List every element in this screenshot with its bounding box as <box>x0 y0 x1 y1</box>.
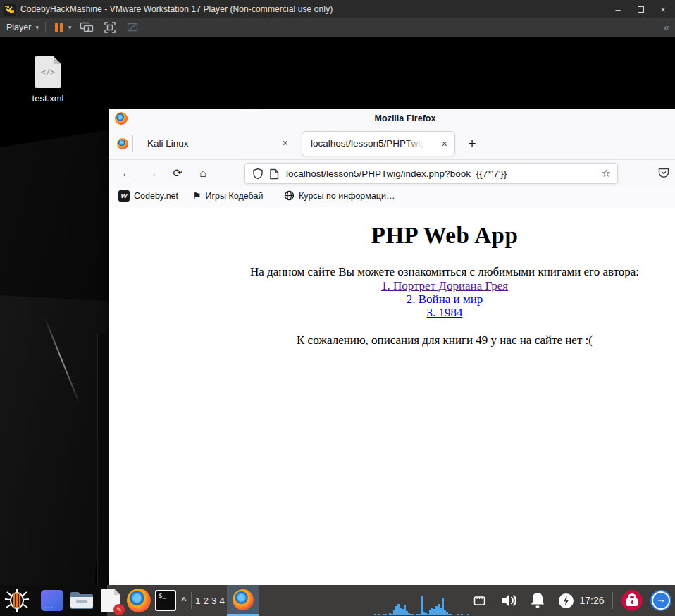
desktop-wallpaper <box>0 294 110 585</box>
firefox-logo-icon <box>127 589 151 612</box>
page-info-icon[interactable] <box>269 168 279 180</box>
terminal-launcher-button[interactable]: $_ <box>152 585 179 616</box>
page-title: PHP Web App <box>109 207 675 249</box>
firefox-logo-icon <box>233 589 254 610</box>
panel-expand-button[interactable]: ^ <box>178 585 190 616</box>
page-content: PHP Web App На данном сайте Вы можете оз… <box>109 207 675 584</box>
file-manager-button[interactable] <box>68 585 95 616</box>
bookmark-label: Codeby.net <box>134 191 178 201</box>
bookmark-codeby[interactable]: w Codeby.net <box>118 190 178 202</box>
show-desktop-button[interactable]: ... <box>38 585 66 616</box>
workspace-1[interactable]: 1 <box>195 596 201 606</box>
flag-icon: ⚑ <box>192 190 202 202</box>
send-ctrl-alt-del-button[interactable] <box>80 21 94 34</box>
volume-tray-icon[interactable] <box>497 585 520 616</box>
code-glyph-icon: </> <box>35 68 61 77</box>
new-tab-button[interactable]: + <box>464 135 481 152</box>
terminal-icon: $_ <box>155 590 176 611</box>
close-tab-icon[interactable]: × <box>442 138 447 149</box>
url-text[interactable]: localhost/lesson5/PHPTwig/index.php?book… <box>286 168 507 179</box>
tab-label-fade <box>404 138 428 151</box>
codeby-favicon: w <box>118 190 130 202</box>
back-button[interactable]: ← <box>116 166 137 181</box>
vmware-player-logo-icon <box>4 4 16 16</box>
close-button[interactable]: × <box>655 1 671 17</box>
bookmark-games[interactable]: ⚑ Игры Кодебай <box>192 190 263 202</box>
tracking-shield-icon[interactable] <box>252 168 264 180</box>
workspace-4[interactable]: 4 <box>220 596 225 606</box>
home-button[interactable]: ⌂ <box>192 166 213 181</box>
firefox-launcher-button[interactable] <box>125 585 152 616</box>
panel-divider <box>191 592 192 609</box>
firefox-titlebar[interactable]: Mozilla Firefox <box>109 109 675 128</box>
bookmark-label: Курсы по информаци… <box>299 191 395 201</box>
cpu-bar <box>467 614 469 615</box>
session-action-tray-icon[interactable]: → <box>648 585 674 616</box>
tab-localhost-active[interactable]: localhost/lesson5/PHPTwig/i × <box>302 131 455 156</box>
url-bar[interactable]: localhost/lesson5/PHPTwig/index.php?book… <box>244 163 618 184</box>
page-message-text: К сожалению, описания для книги 49 у нас… <box>109 333 675 347</box>
ellipsis-icon: ... <box>44 600 54 610</box>
book-link-3[interactable]: 3. 1984 <box>109 306 675 319</box>
player-menu-label: Player <box>6 23 31 32</box>
reload-button[interactable]: ⟳ <box>167 166 188 181</box>
arrow-right-circle-icon: → <box>650 590 671 611</box>
firefox-window-title: Mozilla Firefox <box>375 113 436 123</box>
maximize-button[interactable] <box>633 1 648 17</box>
maximize-icon <box>638 6 644 13</box>
kali-menu-button[interactable] <box>1 585 32 616</box>
tab-kali-linux[interactable]: Kali Linux × <box>133 128 297 160</box>
forward-button: → <box>142 166 163 181</box>
screen-lock-tray-icon[interactable] <box>620 585 644 616</box>
text-editor-button[interactable]: ✎ <box>97 585 124 616</box>
workspace-switcher[interactable]: 1 2 3 4 <box>194 585 225 616</box>
network-tray-icon[interactable] <box>471 585 488 616</box>
book-link-2[interactable]: 2. Война и мир <box>109 292 675 306</box>
globe-icon <box>284 190 295 201</box>
lightning-icon <box>559 593 574 608</box>
workspace-3[interactable]: 3 <box>211 596 217 606</box>
pencil-badge-icon: ✎ <box>113 604 125 615</box>
firefox-tab-favicon[interactable] <box>117 138 128 149</box>
chevron-down-icon: ▾ <box>35 24 39 31</box>
power-manager-tray-icon[interactable] <box>557 585 575 616</box>
firefox-navbar: ← → ⟳ ⌂ localhost/lesson5/PHPTwig/index.… <box>109 160 675 187</box>
cpu-graph[interactable] <box>372 591 471 615</box>
minimize-button[interactable]: – <box>610 1 626 17</box>
panel-divider <box>612 592 613 609</box>
bookmark-courses[interactable]: Курсы по информаци… <box>284 190 395 201</box>
workspace-2[interactable]: 2 <box>203 596 209 606</box>
panel-divider <box>225 592 225 609</box>
player-menu[interactable]: Player ▾ <box>6 23 39 32</box>
suspend-dropdown-icon[interactable]: ▾ <box>68 24 72 31</box>
document-icon: ✎ <box>101 589 120 612</box>
vmware-titlebar: CodebyHackMashine - VMware Workstation 1… <box>0 0 675 18</box>
screen: CodebyHackMashine - VMware Workstation 1… <box>0 0 675 616</box>
firefox-window: Mozilla Firefox Kali Linux × localhost/l… <box>109 109 675 588</box>
close-tab-icon[interactable]: × <box>283 137 288 149</box>
suspend-vm-button[interactable] <box>55 23 63 32</box>
collapse-toolbar-icon[interactable]: « <box>664 22 668 33</box>
book-link-1[interactable]: 1. Портрет Дориана Грея <box>109 279 675 292</box>
desktop-file-label: test.xml <box>20 93 76 104</box>
page-intro-text: На данном сайте Вы можете ознакомиться с… <box>109 265 675 279</box>
unity-mode-button-disabled <box>126 21 139 34</box>
vmware-window-title: CodebyHackMashine - VMware Workstation 1… <box>20 4 333 14</box>
bookmark-star-icon[interactable]: ☆ <box>602 167 611 180</box>
clock[interactable]: 17:26 <box>575 585 609 616</box>
bookmark-label: Игры Кодебай <box>206 191 264 201</box>
desktop-file-testxml[interactable]: </> test.xml <box>20 56 76 104</box>
pocket-icon[interactable] <box>657 166 670 179</box>
bookmarks-toolbar: w Codeby.net ⚑ Игры Кодебай Курсы по инф… <box>109 187 675 207</box>
tab-label: Kali Linux <box>147 138 189 149</box>
notifications-tray-icon[interactable] <box>527 585 548 616</box>
desktop-pager-icon: ... <box>41 590 63 611</box>
toolbar-divider <box>45 22 46 33</box>
firefox-window-taskbar-button[interactable] <box>227 585 259 616</box>
firefox-tabbar: Kali Linux × localhost/lesson5/PHPTwig/i… <box>109 128 675 160</box>
lock-icon <box>621 590 643 611</box>
firefox-logo-icon <box>115 112 128 125</box>
xml-file-icon: </> <box>35 56 61 88</box>
vmware-toolbar: Player ▾ ▾ « <box>0 18 675 37</box>
fullscreen-button[interactable] <box>104 21 116 34</box>
